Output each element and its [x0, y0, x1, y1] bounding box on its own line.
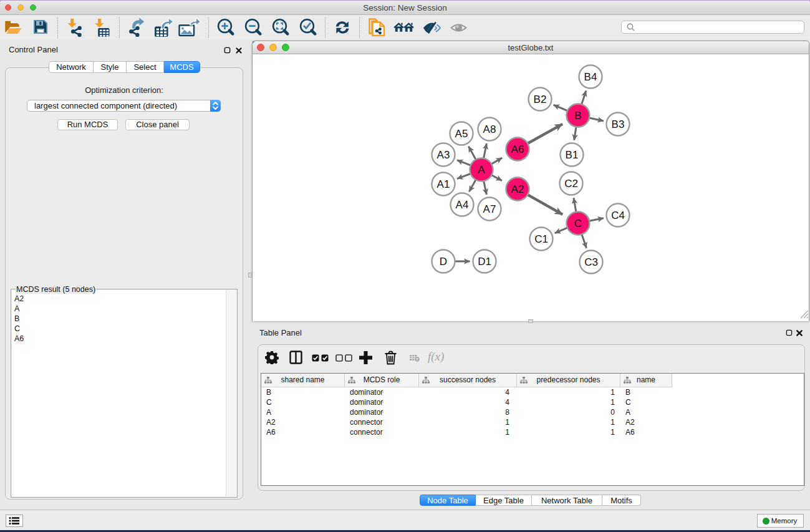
svg-text:A1: A1 [437, 178, 450, 190]
svg-text:B2: B2 [534, 94, 547, 105]
svg-text:B3: B3 [612, 118, 625, 130]
svg-text:A: A [478, 164, 485, 176]
svg-text:C1: C1 [534, 233, 548, 245]
svg-text:A4: A4 [456, 199, 469, 211]
svg-text:A7: A7 [483, 203, 496, 215]
svg-text:A8: A8 [483, 123, 496, 135]
svg-text:C4: C4 [611, 210, 625, 221]
svg-text:B: B [574, 110, 581, 122]
svg-text:A2: A2 [511, 183, 524, 195]
svg-text:A6: A6 [511, 143, 524, 155]
svg-text:C: C [574, 218, 582, 230]
svg-text:D: D [440, 256, 447, 268]
svg-text:B1: B1 [566, 149, 579, 161]
svg-text:D1: D1 [478, 256, 491, 268]
svg-text:C3: C3 [584, 256, 598, 268]
svg-text:A5: A5 [455, 128, 468, 140]
svg-text:C2: C2 [564, 178, 578, 190]
svg-text:A3: A3 [437, 149, 450, 161]
svg-text:B4: B4 [584, 71, 597, 83]
